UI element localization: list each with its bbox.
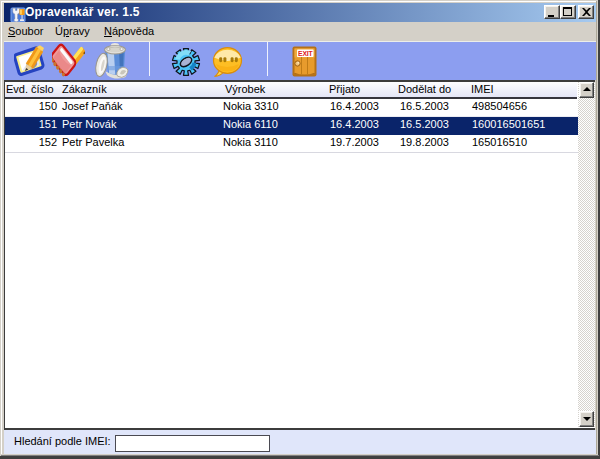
svg-text:EXIT: EXIT — [298, 50, 313, 57]
